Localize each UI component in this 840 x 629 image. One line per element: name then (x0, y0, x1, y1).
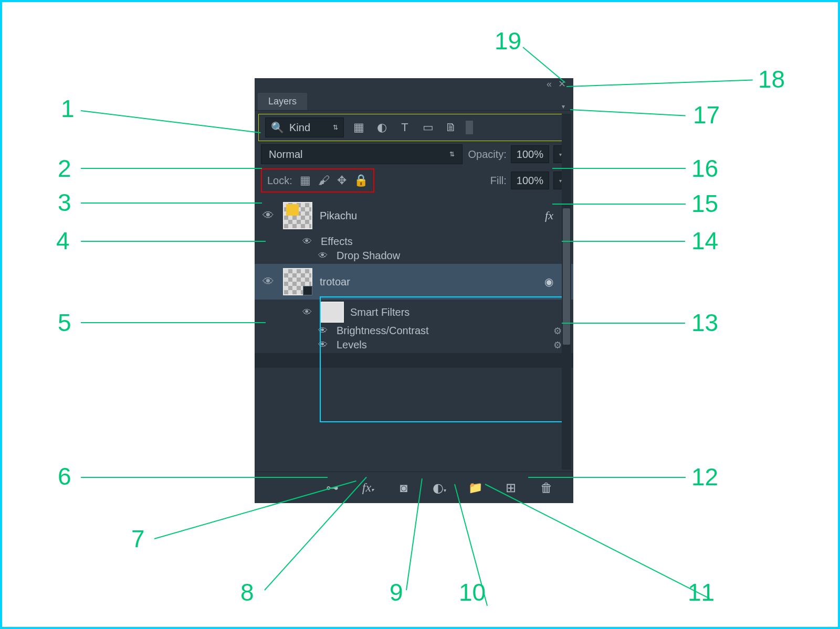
annotation-number: 18 (758, 65, 785, 93)
annotation-number: 7 (131, 525, 145, 553)
effect-item[interactable]: 👁 Drop Shadow (255, 250, 573, 262)
annotation-number: 19 (495, 27, 521, 55)
chevron-updown-icon: ⇅ (333, 124, 338, 131)
filter-mask-thumbnail[interactable] (321, 302, 344, 323)
visibility-icon[interactable]: 👁 (316, 250, 330, 261)
visibility-icon[interactable]: 👁 (316, 339, 330, 350)
visibility-icon[interactable]: 👁 (300, 236, 314, 247)
filter-smart-icon[interactable]: 🗎 (443, 121, 459, 134)
annotation-number: 9 (390, 578, 403, 606)
smart-object-badge-icon (303, 286, 312, 295)
smart-filters-label: Smart Filters (350, 306, 410, 318)
layer-row-selected[interactable]: 👁 trotoar ◉ ▾ (255, 264, 573, 300)
annotation-line (570, 109, 686, 116)
search-icon: 🔍 (271, 121, 284, 134)
annotation-number: 13 (691, 308, 718, 337)
panel-titlebar: « ✕ (255, 78, 573, 90)
collapse-icon[interactable]: « (547, 79, 552, 90)
annotation-number: 5 (58, 308, 71, 337)
smart-filter-indicator-icon[interactable]: ◉ (544, 275, 553, 288)
layer-name[interactable]: trotoar (320, 276, 350, 288)
lock-controls: Lock: ▦ 🖌 ✥ 🔒 (261, 168, 374, 193)
scrollbar[interactable] (562, 114, 571, 470)
annotation-line (81, 110, 261, 133)
annotation-line (485, 484, 710, 599)
annotation-line (81, 202, 262, 204)
list-divider (255, 353, 573, 368)
annotation-line (522, 47, 565, 83)
annotation-number: 6 (58, 462, 71, 491)
visibility-icon[interactable]: 👁 (261, 275, 276, 289)
visibility-icon[interactable]: 👁 (261, 209, 276, 222)
filter-adjustment-icon[interactable]: ◐ (373, 121, 390, 134)
smart-filter-item[interactable]: 👁 Brightness/Contrast ⚙ (255, 325, 573, 337)
annotation-number: 2 (58, 154, 71, 183)
new-group-icon[interactable]: 📁 (466, 481, 485, 495)
filter-options-icon[interactable]: ⚙ (553, 325, 562, 337)
filter-options-icon[interactable]: ⚙ (553, 339, 562, 351)
blend-row: Normal ⇅ Opacity: 100% ▾ (255, 141, 573, 164)
fill-value[interactable]: 100% (511, 172, 549, 189)
panel-tabbar: Layers ▾ (255, 90, 573, 111)
new-layer-icon[interactable]: ⊞ (501, 481, 520, 495)
layer-mask-icon[interactable]: ◙ (394, 481, 413, 495)
lock-position-icon[interactable]: ✥ (337, 174, 346, 187)
layer-name[interactable]: Pikachu (320, 210, 357, 222)
effects-header: 👁 Effects (255, 236, 573, 248)
tab-layers[interactable]: Layers (258, 93, 307, 110)
annotation-number: 15 (691, 189, 718, 218)
effects-label: Effects (321, 236, 353, 248)
annotation-line (81, 477, 328, 478)
lock-row: Lock: ▦ 🖌 ✥ 🔒 Fill: 100% ▾ (261, 168, 567, 193)
chevron-updown-icon: ⇅ (449, 151, 455, 158)
layer-thumbnail[interactable] (283, 268, 312, 295)
filter-toggle-icon[interactable] (466, 121, 473, 134)
lock-all-icon[interactable]: 🔒 (354, 174, 368, 187)
filter-shape-icon[interactable]: ▭ (419, 121, 436, 134)
visibility-icon[interactable]: 👁 (316, 325, 330, 336)
filter-pixel-icon[interactable]: ▦ (350, 121, 367, 134)
annotation-number: 4 (56, 227, 70, 255)
blend-mode-dropdown[interactable]: Normal ⇅ (261, 144, 463, 164)
layer-row[interactable]: 👁 Pikachu fx ▾ (255, 198, 573, 233)
layer-filter-row: 🔍 Kind ⇅ ▦ ◐ T ▭ 🗎 (258, 114, 570, 141)
layer-thumbnail[interactable] (283, 202, 312, 229)
panel-menu-icon[interactable]: ▾ (562, 103, 565, 110)
annotation-line (552, 204, 686, 205)
annotation-number: 16 (691, 154, 718, 183)
visibility-icon[interactable]: 👁 (300, 307, 314, 318)
smart-filter-name: Levels (337, 339, 367, 351)
delete-layer-icon[interactable]: 🗑 (537, 481, 556, 495)
adjustment-layer-icon[interactable]: ◐▾ (430, 481, 449, 495)
layers-panel: « ✕ Layers ▾ 🔍 Kind ⇅ ▦ ◐ T ▭ 🗎 Normal ⇅… (255, 78, 573, 503)
opacity-value[interactable]: 100% (511, 145, 549, 163)
filter-type-icon[interactable]: T (396, 121, 413, 134)
effect-name: Drop Shadow (337, 250, 400, 262)
annotation-number: 1 (61, 94, 75, 123)
annotation-number: 3 (58, 188, 71, 217)
opacity-control: Opacity: 100% ▾ (468, 145, 567, 163)
annotation-line (562, 323, 685, 324)
fill-label: Fill: (490, 175, 507, 187)
blend-mode-value: Normal (269, 148, 302, 161)
fx-indicator[interactable]: fx (545, 209, 553, 222)
smart-filter-name: Brightness/Contrast (337, 325, 429, 337)
annotation-line (552, 168, 686, 169)
layers-list: 👁 Pikachu fx ▾ 👁 Effects 👁 Drop Shadow 👁… (255, 198, 573, 368)
annotation-number: 12 (691, 463, 718, 491)
lock-transparency-icon[interactable]: ▦ (300, 174, 311, 187)
annotation-number: 10 (459, 578, 486, 606)
lock-pixels-icon[interactable]: 🖌 (318, 174, 330, 187)
annotation-line (81, 241, 266, 242)
annotation-line (566, 80, 753, 87)
smart-filter-item[interactable]: 👁 Levels ⚙ (255, 339, 573, 351)
lock-label: Lock: (267, 175, 292, 187)
annotation-number: 11 (688, 578, 715, 606)
annotation-number: 17 (693, 101, 720, 129)
opacity-label: Opacity: (468, 148, 506, 161)
smart-filters-header: 👁 Smart Filters (255, 302, 573, 323)
scrollbar-thumb[interactable] (563, 208, 570, 345)
annotation-line (528, 477, 686, 478)
filter-kind-dropdown[interactable]: 🔍 Kind ⇅ (265, 118, 344, 137)
annotation-line (562, 241, 685, 242)
